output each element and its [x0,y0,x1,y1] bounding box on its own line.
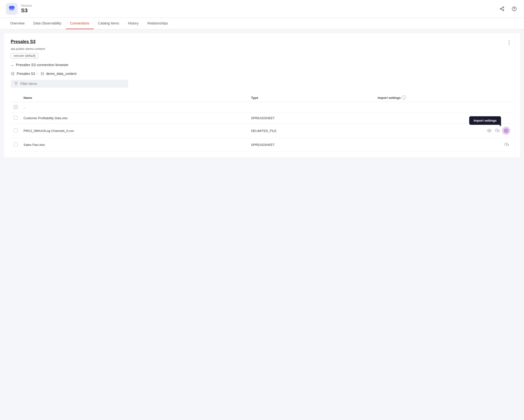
table-row: .. [11,102,513,113]
row-checkbox-dotdot[interactable] [14,105,18,109]
sources-icon [6,3,18,15]
svg-point-10 [41,72,44,73]
row-checkbox-3[interactable] [14,142,18,146]
svg-point-9 [11,72,14,73]
svg-point-12 [489,130,490,131]
tab-history[interactable]: History [124,18,143,29]
header-title-group: Sources S3 [21,4,32,14]
main-content: Presales S3 ⋮ ata-public-demo-content on… [4,33,520,157]
share-button[interactable] [498,5,506,13]
th-name: Name [21,93,248,102]
header-title: S3 [21,7,32,14]
connection-tag: oneuser (default) [11,53,38,58]
gear-highlighted-icon[interactable] [502,127,510,135]
connection-name[interactable]: Presales S3 [11,39,35,44]
tab-connections[interactable]: Connections [66,18,94,29]
row-name-1: Customer Profitability Data.xlsx [21,113,248,124]
row-actions-dotdot [375,102,513,113]
row-type-2: DELIMITED_FILE [248,124,375,138]
page-header: Sources S3 [0,0,524,18]
header-right [498,5,518,13]
row-checkbox-1[interactable] [14,116,18,120]
import-settings-tooltip-box: Import settings [469,116,501,125]
row-checkbox-2[interactable] [14,128,18,132]
svg-marker-11 [14,82,18,85]
svg-point-14 [506,130,507,131]
filter-icon [14,82,18,86]
row-name-2: PROJ_DMAASLog Channels_0.csv [21,124,248,138]
row-name-3: Sales Fact.xlsx [21,138,248,152]
browser-toggle[interactable]: ⌄ Presales S3 connection browser [11,62,513,67]
table-row: PROJ_DMAASLog Channels_0.csv DELIMITED_F… [11,124,513,138]
table-row: Sales Fact.xlsx SPREADSHEET [11,138,513,152]
row-actions-3 [375,138,513,152]
help-button[interactable] [510,5,518,13]
tab-data-observability[interactable]: Data Observability [29,18,66,29]
more-options-button[interactable]: ⋮ [505,39,513,46]
upload-icon-2[interactable] [494,127,501,134]
th-checkbox [11,93,21,102]
table-header-row: Name Type Import settings i [11,93,513,102]
path-bar: Presales S3 › demo_data_content [11,71,513,76]
header-left: Sources S3 [6,3,32,15]
filter-input[interactable] [20,82,125,86]
tab-catalog-items[interactable]: Catalog Items [94,18,124,29]
breadcrumb-separator: › [37,71,38,76]
row-name-dotdot: .. [21,102,248,113]
tab-bar: Overview Data Observability Connections … [0,18,524,29]
svg-line-5 [501,9,503,10]
file-table: Name Type Import settings i .. [11,93,513,152]
tab-relationships[interactable]: Relationships [143,18,172,29]
db-icon-current [40,72,44,76]
upload-icon-3[interactable] [503,141,510,148]
header-subtitle: Sources [21,4,32,7]
filter-bar [11,80,128,88]
table-row: Customer Profitability Data.xlsx SPREADS… [11,113,513,124]
svg-line-6 [501,8,503,8]
row-type-dotdot [248,102,375,113]
th-type: Type [248,93,375,102]
db-icon-root [11,72,15,76]
breadcrumb-current[interactable]: demo_data_content [46,72,77,76]
row-type-3: SPREADSHEET [248,138,375,152]
chevron-down-icon: ⌄ [11,62,14,67]
import-settings-info-icon[interactable]: i [402,95,406,100]
row-type-1: SPREADSHEET [248,113,375,124]
tab-overview[interactable]: Overview [6,18,29,29]
connection-header: Presales S3 ⋮ [11,39,513,46]
view-icon[interactable] [486,127,493,134]
connection-bucket: ata-public-demo-content [11,47,513,51]
row-actions-1: Import settings [375,113,513,124]
th-import-settings: Import settings i [375,93,513,102]
row-actions-2 [375,124,513,138]
breadcrumb-root[interactable]: Presales S3 [17,72,35,76]
browser-label: Presales S3 connection browser [16,63,68,67]
